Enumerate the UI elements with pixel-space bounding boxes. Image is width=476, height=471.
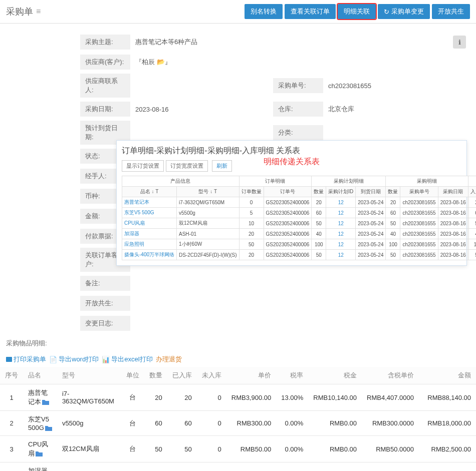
overlay-subtitle: 明细传递关系表 <box>264 157 320 167</box>
folder-icon[interactable] <box>45 425 52 431</box>
cell-seq: 2 <box>0 411 23 436</box>
cell-po-no: ch2023081655 <box>400 197 438 208</box>
cell-amt: RMB2,500.00 <box>419 436 476 462</box>
warehouse-label: 仓库: <box>273 102 323 117</box>
cell-prod-name[interactable]: 加湿器 <box>122 229 177 239</box>
cell-rate: 0.00% <box>276 411 308 436</box>
overlay-refresh-button[interactable]: 刷新 <box>212 160 232 172</box>
cell-name[interactable]: 加湿器 <box>23 462 57 472</box>
po-date-label: 采购日期: <box>80 102 130 117</box>
table-row: 4 加湿器 ASH-01 台 40 40 0 RMB189.00 13.00% … <box>0 462 476 472</box>
th-unit: 单位 <box>121 367 144 384</box>
category-label: 分类: <box>273 125 323 140</box>
cell-po-date: 2023-08-16 <box>438 229 468 239</box>
cell-in: 60 <box>167 411 197 436</box>
cell-in-qty: 20 <box>468 197 476 208</box>
relation-row: 加湿器 ASH-01 20 GS2023052400006 40 12 2023… <box>122 229 477 239</box>
th-not: 未入库 <box>197 367 226 384</box>
cell-model: v5500g <box>177 208 240 218</box>
overlay-tab-order-display[interactable]: 显示订货设置 <box>122 160 164 172</box>
po-date-value: 2023-08-16 <box>130 103 273 116</box>
cell-expected: 2023-05-24 <box>356 239 386 250</box>
table-row: 1 惠普笔记本 i7-3632QM/GT650M 台 20 20 0 RMB3,… <box>0 384 476 411</box>
th-amt: 金额 <box>419 367 476 384</box>
cell-unit: 台 <box>121 411 144 436</box>
export-excel-button[interactable]: 📊导出excel打印 <box>102 355 152 364</box>
cell-plan-id[interactable]: 12 <box>326 208 356 218</box>
cell-prod-name[interactable]: 惠普笔记本 <box>122 197 177 208</box>
cell-plan-id[interactable]: 12 <box>326 239 356 250</box>
relation-table: 产品信息 订单明细 采购计划明细 采购明细 库存流水 品名 ↓ T 型号 ↓ T… <box>122 176 476 260</box>
col-model[interactable]: 型号 ↓ T <box>177 187 240 197</box>
cell-plan-qty: 50 <box>312 218 326 229</box>
cell-unit: 台 <box>121 462 144 472</box>
return-goods-button[interactable]: 办理退货 <box>156 355 182 364</box>
th-qty: 数量 <box>144 367 167 384</box>
relation-overlay: 订单明细-采购计划明细-采购明细-入库明细 关系表 显示订货设置 订货宽度设置 … <box>116 140 467 266</box>
cell-plan-id[interactable]: 12 <box>326 218 356 229</box>
cell-purchase-qty: 40 <box>386 229 400 239</box>
col-po-date: 采购日期 <box>438 187 468 197</box>
cell-po-no: ch2023081655 <box>400 208 438 218</box>
folder-icon[interactable] <box>36 451 43 456</box>
export-word-button[interactable]: 📄导出word打印 <box>49 355 99 364</box>
cell-name[interactable]: 东芝V5 500G <box>23 411 57 436</box>
cell-po-no: ch2023081655 <box>400 250 438 260</box>
info-icon[interactable]: ℹ <box>453 36 466 49</box>
change-order-button[interactable]: ↻采购单变更 <box>378 4 430 19</box>
cell-plan-qty: 50 <box>312 250 326 260</box>
cell-prod-name[interactable]: 应急照明 <box>122 239 177 250</box>
print-po-button[interactable]: 打印采购单 <box>6 355 46 364</box>
cell-not: 0 <box>197 384 226 411</box>
view-related-order-button[interactable]: 查看关联订单 <box>285 4 336 19</box>
col-prod-name[interactable]: 品名 ↓ T <box>122 187 177 197</box>
supplier-label: 供应商(客户): <box>80 55 130 70</box>
cell-not: 0 <box>197 436 226 462</box>
cell-prod-name[interactable]: 摄像头-400万半球网络 <box>122 250 177 260</box>
hamburger-icon[interactable]: ≡ <box>36 7 41 16</box>
cell-plan-id[interactable]: 12 <box>326 229 356 239</box>
cell-model: DS-2CD2F45F(D)-I(W)(S) <box>177 250 240 260</box>
cell-po-no: ch2023081655 <box>400 239 438 250</box>
detail-relation-button[interactable]: 明细关联 <box>338 4 376 19</box>
cell-qty: 60 <box>144 411 167 436</box>
relation-row: CPU风扇 双12CM风扇 10 GS2023052400006 50 12 2… <box>122 218 477 229</box>
relation-row: 东芝V5 500G v5500g 5 GS2023052400006 60 12… <box>122 208 477 218</box>
cell-order-no: GS2023052400006 <box>264 218 312 229</box>
cell-in: 50 <box>167 436 197 462</box>
th-price: 单价 <box>226 367 277 384</box>
open-share-button[interactable]: 开放共生 <box>432 4 470 19</box>
cell-expected: 2023-05-24 <box>356 218 386 229</box>
alias-convert-button[interactable]: 别名转换 <box>245 4 283 19</box>
word-icon: 📄 <box>49 356 57 363</box>
col-in-qty: 入库量 <box>468 187 476 197</box>
cell-prod-name[interactable]: CPU风扇 <box>122 218 177 229</box>
items-table: 序号 品名 型号 单位 数量 已入库 未入库 单价 税率 税金 含税单价 金额 … <box>0 367 476 471</box>
cell-name[interactable]: 惠普笔记本 <box>23 384 57 411</box>
cell-model: 双12CM风扇 <box>177 218 240 229</box>
cell-prod-name[interactable]: 东芝V5 500G <box>122 208 177 218</box>
supplier-value[interactable]: 『柏辰 📂』 <box>130 55 466 70</box>
col-expected: 到货日期 <box>356 187 386 197</box>
cell-order-qty: 50 <box>239 239 264 250</box>
cell-purchase-qty: 60 <box>386 208 400 218</box>
cell-name[interactable]: CPU风扇 <box>23 436 57 462</box>
overlay-tab-order-width[interactable]: 订货宽度设置 <box>166 160 208 172</box>
th-pwt: 含税单价 <box>362 367 419 384</box>
cell-plan-id[interactable]: 12 <box>326 250 356 260</box>
cell-purchase-qty: 20 <box>386 197 400 208</box>
table-row: 2 东芝V5 500G v5500g 台 60 60 0 RMB300.00 0… <box>0 411 476 436</box>
cell-model: v5500g <box>57 411 121 436</box>
cell-unit: 台 <box>121 384 144 411</box>
expected-date-value <box>130 130 273 136</box>
cell-in-qty: 60 <box>468 208 476 218</box>
change-log-label: 变更日志: <box>80 316 130 331</box>
cell-order-qty: 0 <box>239 197 264 208</box>
cell-po-date: 2023-08-16 <box>438 218 468 229</box>
cell-model: 1小时60W <box>177 239 240 250</box>
cell-plan-id[interactable]: 12 <box>326 197 356 208</box>
folder-icon[interactable] <box>42 399 49 405</box>
col-plan-qty: 数量 <box>312 187 326 197</box>
cell-plan-qty: 60 <box>312 208 326 218</box>
cell-seq: 4 <box>0 462 23 472</box>
